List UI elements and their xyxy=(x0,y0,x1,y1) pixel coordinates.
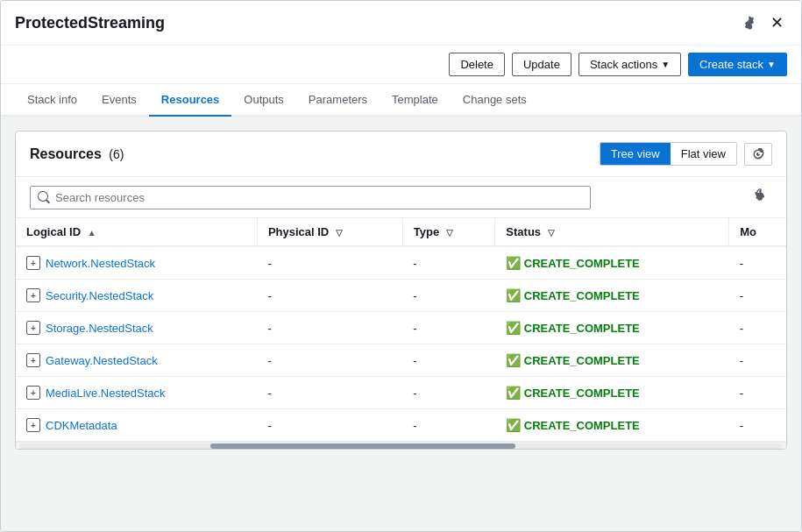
delete-button[interactable]: Delete xyxy=(449,53,505,76)
td-modified: - xyxy=(729,409,786,442)
td-physical-id: - xyxy=(257,246,402,280)
window-title: ProtectedStreaming xyxy=(15,14,165,32)
gear-icon xyxy=(742,16,756,30)
nested-stack-icon: + xyxy=(26,386,40,400)
status-check-icon: ✅ xyxy=(506,288,521,302)
table-row: +Network.NestedStack--✅ CREATE_COMPLETE- xyxy=(16,246,786,280)
resources-table: Logical ID ▲ Physical ID ▽ Type ▽ Status… xyxy=(16,218,786,442)
title-bar: ProtectedStreaming ✕ xyxy=(1,1,801,46)
td-logical-id: +CDKMetadata xyxy=(16,409,257,442)
td-modified: - xyxy=(729,344,786,377)
nested-stack-icon: + xyxy=(26,321,40,335)
stack-actions-dropdown-arrow: ▼ xyxy=(661,60,670,69)
td-physical-id: - xyxy=(257,377,402,409)
td-status: ✅ CREATE_COMPLETE xyxy=(495,246,729,280)
create-stack-dropdown-arrow: ▼ xyxy=(767,60,776,69)
status-badge: ✅ CREATE_COMPLETE xyxy=(506,256,719,270)
scrollbar-area[interactable] xyxy=(16,442,786,449)
stack-actions-button[interactable]: Stack actions ▼ xyxy=(578,53,681,76)
td-physical-id: - xyxy=(257,280,402,312)
logical-id-link[interactable]: CDKMetadata xyxy=(46,419,117,432)
content-area: Resources (6) Tree view Flat view xyxy=(1,117,801,531)
tab-events[interactable]: Events xyxy=(89,84,149,117)
tab-stack-info[interactable]: Stack info xyxy=(15,84,89,117)
panel-title: Resources (6) xyxy=(30,146,124,162)
search-input-wrap[interactable] xyxy=(30,186,591,209)
flat-view-button[interactable]: Flat view xyxy=(671,143,736,165)
panel-header-right: Tree view Flat view xyxy=(600,142,772,166)
td-status: ✅ CREATE_COMPLETE xyxy=(495,280,729,312)
td-status: ✅ CREATE_COMPLETE xyxy=(495,377,729,409)
tree-view-button[interactable]: Tree view xyxy=(600,143,671,165)
view-toggle: Tree view Flat view xyxy=(600,142,737,166)
status-check-icon: ✅ xyxy=(506,353,521,367)
nested-stack-icon: + xyxy=(26,418,40,432)
settings-icon-button[interactable] xyxy=(739,12,760,33)
tab-outputs[interactable]: Outputs xyxy=(231,84,296,117)
refresh-icon xyxy=(752,148,764,160)
nested-stack-icon: + xyxy=(26,353,40,367)
th-physical-id: Physical ID ▽ xyxy=(257,218,402,246)
nested-stack-icon: + xyxy=(26,256,40,270)
td-physical-id: - xyxy=(257,409,402,442)
status-badge: ✅ CREATE_COMPLETE xyxy=(506,288,719,302)
td-type: - xyxy=(402,377,495,409)
refresh-button[interactable] xyxy=(744,143,772,166)
td-type: - xyxy=(402,409,495,442)
table-row: +Security.NestedStack--✅ CREATE_COMPLETE… xyxy=(16,280,786,312)
td-modified: - xyxy=(729,312,786,344)
table-body: +Network.NestedStack--✅ CREATE_COMPLETE-… xyxy=(16,246,786,442)
table-row: +Storage.NestedStack--✅ CREATE_COMPLETE- xyxy=(16,312,786,344)
td-physical-id: - xyxy=(257,344,402,377)
logical-id-link[interactable]: Gateway.NestedStack xyxy=(46,354,158,367)
resources-panel: Resources (6) Tree view Flat view xyxy=(15,131,787,450)
logical-id-link[interactable]: MediaLive.NestedStack xyxy=(46,387,166,400)
column-preferences-button[interactable] xyxy=(749,184,772,210)
sort-asc-icon: ▲ xyxy=(88,228,96,238)
td-status: ✅ CREATE_COMPLETE xyxy=(495,409,729,442)
table-row: +Gateway.NestedStack--✅ CREATE_COMPLETE- xyxy=(16,344,786,377)
table-row: +MediaLive.NestedStack--✅ CREATE_COMPLET… xyxy=(16,377,786,409)
logical-id-link[interactable]: Storage.NestedStack xyxy=(46,322,153,335)
update-button[interactable]: Update xyxy=(512,53,571,76)
td-modified: - xyxy=(729,280,786,312)
tab-parameters[interactable]: Parameters xyxy=(296,84,380,117)
toolbar: Delete Update Stack actions ▼ Create sta… xyxy=(1,46,801,84)
scrollbar-track xyxy=(19,443,783,449)
td-physical-id: - xyxy=(257,312,402,344)
tab-template[interactable]: Template xyxy=(380,84,451,117)
status-badge: ✅ CREATE_COMPLETE xyxy=(506,353,719,367)
search-bar-right xyxy=(749,184,772,210)
status-check-icon: ✅ xyxy=(506,321,521,335)
th-modified: Mo xyxy=(729,218,786,246)
status-badge: ✅ CREATE_COMPLETE xyxy=(506,386,719,400)
td-modified: - xyxy=(729,377,786,409)
td-logical-id: +Storage.NestedStack xyxy=(16,312,257,344)
title-bar-left: ProtectedStreaming xyxy=(15,14,165,32)
status-check-icon: ✅ xyxy=(506,256,521,270)
filter-icon-status: ▽ xyxy=(548,228,555,238)
create-stack-button[interactable]: Create stack ▼ xyxy=(688,53,787,76)
scrollbar-thumb[interactable] xyxy=(210,443,515,449)
close-button[interactable]: ✕ xyxy=(767,10,787,36)
search-bar xyxy=(16,177,786,218)
status-badge: ✅ CREATE_COMPLETE xyxy=(506,321,719,335)
th-type: Type ▽ xyxy=(402,218,495,246)
td-logical-id: +Security.NestedStack xyxy=(16,280,257,312)
td-logical-id: +MediaLive.NestedStack xyxy=(16,377,257,409)
search-icon xyxy=(38,191,50,203)
td-type: - xyxy=(402,344,495,377)
gear-icon xyxy=(754,188,768,202)
nested-stack-icon: + xyxy=(26,288,40,302)
filter-icon-physical: ▽ xyxy=(336,228,343,238)
tab-resources[interactable]: Resources xyxy=(149,84,231,117)
logical-id-link[interactable]: Network.NestedStack xyxy=(46,257,155,270)
filter-icon-type: ▽ xyxy=(446,228,453,238)
td-type: - xyxy=(402,280,495,312)
title-bar-right: ✕ xyxy=(739,10,787,36)
search-input[interactable] xyxy=(55,191,583,204)
panel-header: Resources (6) Tree view Flat view xyxy=(16,131,786,177)
tab-change-sets[interactable]: Change sets xyxy=(451,84,539,117)
logical-id-link[interactable]: Security.NestedStack xyxy=(46,289,153,302)
th-logical-id: Logical ID ▲ xyxy=(16,218,257,246)
